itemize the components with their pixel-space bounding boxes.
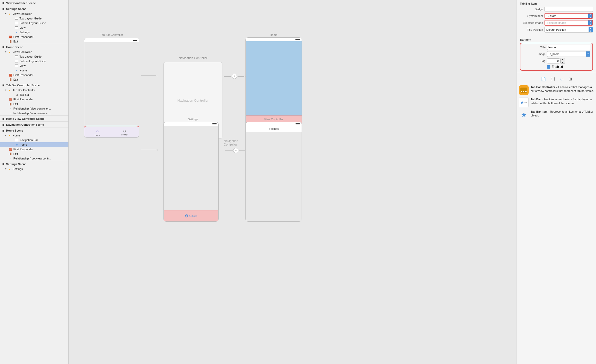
bar-tag-stepper-buttons[interactable]: ▲ ▼ [560, 58, 565, 64]
tbc-icon-inner [520, 88, 527, 93]
tbc-icon-tree: ● [8, 88, 12, 92]
selected-image-arrow[interactable]: ▲ ▼ [588, 20, 592, 25]
tab-home[interactable]: ⌂ Home [95, 129, 100, 136]
sidebar-item-view1[interactable]: View [0, 25, 68, 30]
bar-image-arrow[interactable]: ▲ ▼ [586, 51, 590, 57]
home-topbar [246, 38, 302, 41]
vc-status-dot [295, 123, 300, 124]
sidebar-item-vc1[interactable]: ▼ ● View Controller [0, 12, 68, 16]
settings-scene-phone-label: Settings [163, 118, 222, 121]
sidebar-item-exit3[interactable]: 🚪 Exit [0, 102, 68, 106]
sidebar-item-responder3[interactable]: 🧱 First Responder [0, 97, 68, 102]
scene-icon-tbc: ⊞ [2, 83, 5, 87]
sidebar-item-toplayout1[interactable]: Top Layout Guide [0, 16, 68, 21]
sidebar-item-view2[interactable]: View [0, 63, 68, 68]
doc-icon[interactable]: 📄 [541, 77, 546, 81]
system-item-arrow[interactable]: ▲ ▼ [588, 14, 592, 18]
system-item-label: System Item [520, 14, 543, 17]
bar-tag-label: Tag [522, 59, 546, 62]
tbc-dot2 [523, 91, 524, 92]
sidebar-item-settings-chevron[interactable]: ‹ Settings [0, 30, 68, 35]
sidebar-item-responder2[interactable]: 🧱 First Responder [0, 73, 68, 77]
settings-topbar [164, 122, 218, 126]
sidebar-item-label: Home [13, 134, 20, 137]
sidebar-item-exit2[interactable]: 🚪 Exit [0, 77, 68, 82]
sidebar-item-exit1[interactable]: 🚪 Exit [0, 39, 68, 44]
stepper-down-btn[interactable]: ▼ [561, 61, 565, 63]
enabled-row: ✓ Enabled [547, 65, 590, 69]
sidebar-item-toplayout2[interactable]: Top Layout Guide [0, 54, 68, 59]
bar-image-select[interactable]: ic_home ▲ ▼ [547, 51, 590, 57]
scene-label-hvc: Home View Controller Scene [6, 117, 45, 120]
sidebar-item-navbar[interactable]: Navigation Bar [0, 138, 68, 142]
sidebar-item-home2-vc[interactable]: ▼ ● Home [0, 133, 68, 138]
sidebar-item-home-chevron[interactable]: ‹ Home [0, 68, 68, 73]
circle-icon[interactable]: ⊙ [560, 77, 563, 81]
settings-body [164, 126, 218, 210]
exit-icon4: 🚪 [9, 152, 12, 156]
tbi-star-icon: ★ [521, 111, 527, 119]
sidebar-item-label: Relationship "root view contr... [13, 157, 51, 160]
tb-dots-icon: ••• [525, 101, 527, 104]
sidebar-item-label: Tab Bar [19, 93, 29, 96]
rel-icon3: ○ [9, 157, 12, 160]
sidebar-item-label: Relationship "view controller... [13, 112, 51, 115]
sidebar-item-rel1[interactable]: ○ Relationship "view controller... [0, 106, 68, 111]
nav-ctrl-label1: Navigation Controller [163, 56, 222, 60]
title-position-label: Title Position [520, 28, 543, 31]
info-tbi-title: Tab Bar Item [531, 110, 548, 113]
sidebar-item-label: Bottom Layout Guide [19, 60, 46, 63]
tbi-info-icon: ★ [519, 110, 529, 120]
sidebar-item-bottomlayout1[interactable]: Bottom Layout Guide [0, 21, 68, 25]
sidebar-item-exit4[interactable]: 🚪 Exit [0, 152, 68, 156]
title-position-select[interactable]: Default Position ▲ ▼ [544, 27, 593, 33]
info-item-tbi: ★ Tab Bar Item - Represents an item on a… [519, 110, 594, 120]
arrow-line2 [224, 76, 231, 77]
sidebar-item-label: Bottom Layout Guide [19, 22, 46, 25]
grid-icon[interactable]: ⊞ [569, 77, 572, 81]
bar-tag-row: Tag 0 ▲ ▼ [522, 58, 590, 64]
selected-image-select[interactable]: Selected Image ▲ ▼ [544, 20, 593, 26]
scene-icon-home2: ⊞ [2, 129, 5, 132]
sidebar-item-responder1[interactable]: 🧱 First Responder [0, 35, 68, 39]
vc-body [246, 132, 302, 222]
scene-icon-home1: ⊞ [2, 45, 5, 49]
tbc-topbar [84, 38, 139, 42]
home-blue-area [246, 41, 302, 115]
title-position-arrow[interactable]: ▲ ▼ [589, 27, 593, 32]
sidebar-item-home-star[interactable]: ★ Home [0, 142, 68, 147]
sidebar-item-rel2[interactable]: ○ Relationship "view controller... [0, 111, 68, 115]
sidebar-item-label: Home [19, 69, 27, 72]
arrow-line1 [141, 76, 156, 76]
arrow-tbc-to-nav1: › [141, 74, 158, 77]
bar-title-input[interactable] [547, 45, 590, 50]
sidebar-item-rel3[interactable]: ○ Relationship "root view contr... [0, 156, 68, 161]
system-item-select[interactable]: Custom ▲ ▼ [544, 13, 593, 19]
tbc-scene-label: Tab Bar Controller [84, 33, 139, 36]
chevron-icon1: ‹ [15, 30, 18, 34]
tbc-tabbar-wrapper: ⌂ Home ⚙ Settings [84, 127, 139, 138]
stepper-up-btn[interactable]: ▲ [561, 58, 565, 61]
tab-settings[interactable]: ⚙ Settings [121, 129, 128, 136]
sidebar-item-label: Exit [13, 78, 18, 81]
disclosure-icon: ▼ [5, 13, 7, 15]
sidebar-item-tbc[interactable]: ▼ ● Tab Bar Controller [0, 88, 68, 92]
sidebar-item-vc2[interactable]: ▼ ● View Controller [0, 50, 68, 54]
bracket-icon[interactable]: { } [551, 77, 555, 81]
sidebar-item-tabbar[interactable]: ⊟ Tab Bar [0, 92, 68, 97]
system-item-value: Custom [546, 14, 556, 17]
sidebar-item-label: Top Layout Guide [19, 17, 42, 20]
sidebar-item-label: Top Layout Guide [19, 55, 42, 58]
nav-ctrl-group2: Settings ⚙ Settings [163, 118, 222, 224]
sidebar-item-bottomlayout2[interactable]: Bottom Layout Guide [0, 59, 68, 63]
rect-icon6 [15, 64, 18, 68]
tbc-body [84, 42, 139, 127]
sidebar-item-settings2-vc[interactable]: ▼ ● Settings [0, 167, 68, 171]
disclosure-icon5: ▼ [5, 168, 7, 170]
settings-tabbar: ⚙ Settings [164, 210, 218, 221]
enabled-checkbox[interactable]: ✓ [547, 65, 550, 69]
badge-input[interactable] [544, 7, 593, 12]
sidebar-item-responder4[interactable]: 🧱 First Responder [0, 147, 68, 152]
info-tb-dash: - [542, 98, 543, 101]
selected-image-label: Selected Image [520, 21, 543, 24]
